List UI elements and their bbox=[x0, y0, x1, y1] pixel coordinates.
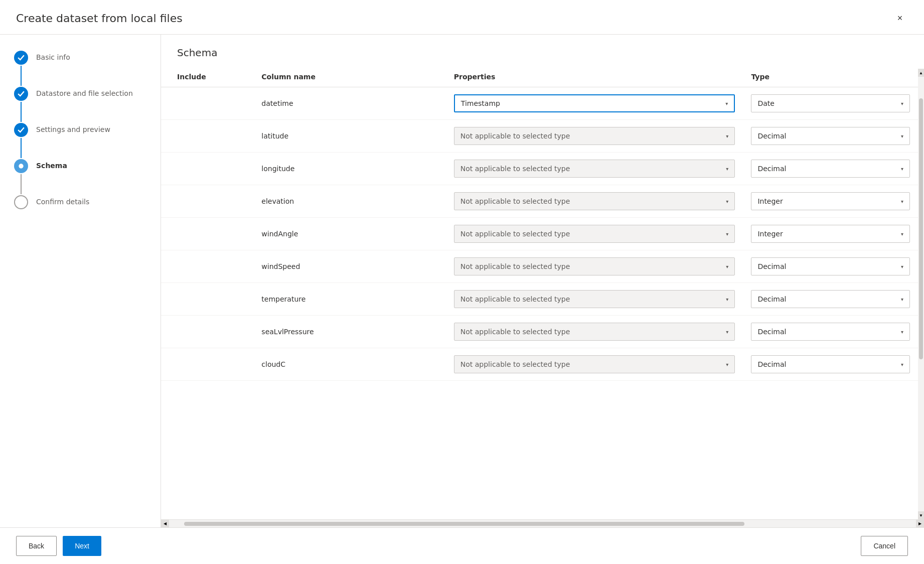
properties-cell-temperature: Not applicable to selected type ▾ bbox=[446, 283, 743, 316]
table-inner[interactable]: Include Column name Properties Type date… bbox=[161, 69, 918, 519]
type-dropdown-datetime[interactable]: Date ▾ bbox=[751, 94, 910, 112]
toggle-cell-windSpeed bbox=[161, 250, 253, 283]
properties-dropdown-cloudC[interactable]: Not applicable to selected type ▾ bbox=[454, 355, 735, 373]
properties-cell-datetime: Timestamp ▾ bbox=[446, 87, 743, 120]
step-schema: Schema bbox=[12, 159, 148, 195]
properties-cell-elevation: Not applicable to selected type ▾ bbox=[446, 185, 743, 218]
type-value-windSpeed: Decimal bbox=[757, 262, 786, 270]
type-dropdown-seaLvlPressure[interactable]: Decimal ▾ bbox=[751, 323, 910, 341]
toggle-cell-windAngle bbox=[161, 218, 253, 250]
properties-dropdown-windSpeed[interactable]: Not applicable to selected type ▾ bbox=[454, 257, 735, 275]
dialog-body: Basic info Datastore and file selection … bbox=[0, 35, 924, 527]
toggle-cell-elevation bbox=[161, 185, 253, 218]
table-row: cloudC Not applicable to selected type ▾… bbox=[161, 348, 918, 381]
properties-value-windSpeed: Not applicable to selected type bbox=[460, 262, 570, 270]
properties-value-datetime: Timestamp bbox=[461, 99, 500, 107]
type-cell-seaLvlPressure: Decimal ▾ bbox=[743, 316, 918, 348]
properties-chevron-temperature: ▾ bbox=[726, 297, 728, 302]
type-cell-cloudC: Decimal ▾ bbox=[743, 348, 918, 381]
properties-dropdown-datetime[interactable]: Timestamp ▾ bbox=[454, 94, 735, 112]
type-dropdown-windSpeed[interactable]: Decimal ▾ bbox=[751, 257, 910, 275]
type-chevron-seaLvlPressure: ▾ bbox=[901, 329, 903, 335]
table-row: latitude Not applicable to selected type… bbox=[161, 120, 918, 153]
table-row: windSpeed Not applicable to selected typ… bbox=[161, 250, 918, 283]
column-name-windAngle: windAngle bbox=[253, 218, 445, 250]
properties-value-longitude: Not applicable to selected type bbox=[460, 165, 570, 173]
column-name-seaLvlPressure: seaLvlPressure bbox=[253, 316, 445, 348]
toggle-cell-cloudC bbox=[161, 348, 253, 381]
type-dropdown-longitude[interactable]: Decimal ▾ bbox=[751, 160, 910, 178]
properties-chevron-windAngle: ▾ bbox=[726, 231, 728, 237]
col-header-properties: Properties bbox=[446, 69, 743, 87]
h-scroll-thumb[interactable] bbox=[184, 522, 744, 526]
scroll-left-button[interactable]: ◀ bbox=[161, 520, 169, 528]
properties-value-temperature: Not applicable to selected type bbox=[460, 295, 570, 303]
horizontal-scrollbar: ◀ ▶ bbox=[161, 519, 924, 527]
column-name-longitude: longitude bbox=[253, 153, 445, 185]
type-chevron-windSpeed: ▾ bbox=[901, 264, 903, 269]
properties-dropdown-longitude[interactable]: Not applicable to selected type ▾ bbox=[454, 160, 735, 178]
properties-cell-cloudC: Not applicable to selected type ▾ bbox=[446, 348, 743, 381]
properties-dropdown-windAngle[interactable]: Not applicable to selected type ▾ bbox=[454, 225, 735, 243]
type-dropdown-temperature[interactable]: Decimal ▾ bbox=[751, 290, 910, 308]
properties-cell-longitude: Not applicable to selected type ▾ bbox=[446, 153, 743, 185]
table-row: longitude Not applicable to selected typ… bbox=[161, 153, 918, 185]
type-cell-datetime: Date ▾ bbox=[743, 87, 918, 120]
properties-value-cloudC: Not applicable to selected type bbox=[460, 360, 570, 368]
scroll-right-button[interactable]: ▶ bbox=[916, 520, 924, 528]
toggle-cell-longitude bbox=[161, 153, 253, 185]
next-button[interactable]: Next bbox=[63, 536, 101, 556]
scroll-up-button[interactable]: ▲ bbox=[918, 69, 924, 77]
properties-value-seaLvlPressure: Not applicable to selected type bbox=[460, 328, 570, 336]
step-label-datastore: Datastore and file selection bbox=[30, 87, 133, 99]
type-dropdown-windAngle[interactable]: Integer ▾ bbox=[751, 225, 910, 243]
scroll-thumb[interactable] bbox=[919, 98, 923, 359]
toggle-cell-temperature bbox=[161, 283, 253, 316]
col-header-type: Type bbox=[743, 69, 918, 87]
step-basic-info: Basic info bbox=[12, 51, 148, 87]
properties-dropdown-temperature[interactable]: Not applicable to selected type ▾ bbox=[454, 290, 735, 308]
scroll-down-button[interactable]: ▼ bbox=[918, 511, 924, 519]
type-chevron-longitude: ▾ bbox=[901, 166, 903, 172]
type-cell-windSpeed: Decimal ▾ bbox=[743, 250, 918, 283]
main-content: Schema Include Column name Properties Ty… bbox=[161, 35, 924, 527]
step-circle-settings bbox=[14, 123, 28, 137]
step-label-settings: Settings and preview bbox=[30, 123, 110, 135]
type-value-windAngle: Integer bbox=[757, 230, 783, 238]
step-line-4 bbox=[21, 174, 22, 194]
type-dropdown-elevation[interactable]: Integer ▾ bbox=[751, 192, 910, 210]
type-value-latitude: Decimal bbox=[757, 132, 786, 140]
properties-dropdown-seaLvlPressure[interactable]: Not applicable to selected type ▾ bbox=[454, 323, 735, 341]
properties-chevron-latitude: ▾ bbox=[726, 133, 728, 139]
sidebar: Basic info Datastore and file selection … bbox=[0, 35, 161, 527]
step-label-confirm: Confirm details bbox=[30, 195, 89, 207]
properties-chevron-elevation: ▾ bbox=[726, 199, 728, 204]
step-datastore: Datastore and file selection bbox=[12, 87, 148, 123]
table-row: windAngle Not applicable to selected typ… bbox=[161, 218, 918, 250]
step-line-2 bbox=[21, 102, 22, 122]
step-label-basic-info: Basic info bbox=[30, 51, 70, 63]
type-value-seaLvlPressure: Decimal bbox=[757, 328, 786, 336]
close-button[interactable]: × bbox=[892, 10, 908, 26]
cancel-button[interactable]: Cancel bbox=[861, 536, 908, 556]
properties-cell-seaLvlPressure: Not applicable to selected type ▾ bbox=[446, 316, 743, 348]
properties-value-windAngle: Not applicable to selected type bbox=[460, 230, 570, 238]
step-circle-basic-info bbox=[14, 51, 28, 65]
properties-chevron-seaLvlPressure: ▾ bbox=[726, 329, 728, 335]
properties-cell-windAngle: Not applicable to selected type ▾ bbox=[446, 218, 743, 250]
type-dropdown-latitude[interactable]: Decimal ▾ bbox=[751, 127, 910, 145]
back-button[interactable]: Back bbox=[16, 536, 57, 556]
type-dropdown-cloudC[interactable]: Decimal ▾ bbox=[751, 355, 910, 373]
type-value-cloudC: Decimal bbox=[757, 360, 786, 368]
table-row: temperature Not applicable to selected t… bbox=[161, 283, 918, 316]
column-name-datetime: datetime bbox=[253, 87, 445, 120]
schema-title: Schema bbox=[161, 47, 924, 69]
step-confirm: Confirm details bbox=[12, 195, 148, 209]
table-row: datetime Timestamp ▾ Date ▾ bbox=[161, 87, 918, 120]
properties-dropdown-elevation[interactable]: Not applicable to selected type ▾ bbox=[454, 192, 735, 210]
properties-chevron-cloudC: ▾ bbox=[726, 362, 728, 367]
type-value-temperature: Decimal bbox=[757, 295, 786, 303]
properties-dropdown-latitude[interactable]: Not applicable to selected type ▾ bbox=[454, 127, 735, 145]
toggle-cell-seaLvlPressure bbox=[161, 316, 253, 348]
type-chevron-cloudC: ▾ bbox=[901, 362, 903, 367]
